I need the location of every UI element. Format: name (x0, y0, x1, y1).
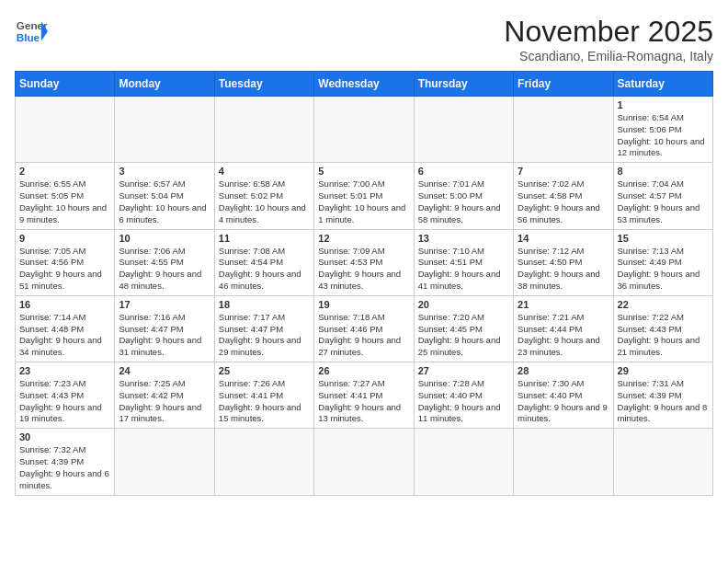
day-5: 5 Sunrise: 7:00 AMSunset: 5:01 PMDayligh… (314, 163, 414, 229)
week-row-5: 23 Sunrise: 7:23 AMSunset: 4:43 PMDaylig… (16, 362, 713, 429)
day-24: 24 Sunrise: 7:25 AMSunset: 4:42 PMDaylig… (115, 362, 214, 429)
header-wednesday: Wednesday (314, 72, 414, 97)
day-30: 30 Sunrise: 7:32 AMSunset: 4:39 PMDaylig… (16, 429, 115, 495)
header-sunday: Sunday (16, 72, 115, 97)
day-14: 14 Sunrise: 7:12 AMSunset: 4:50 PMDaylig… (514, 229, 613, 295)
day-23: 23 Sunrise: 7:23 AMSunset: 4:43 PMDaylig… (16, 362, 115, 429)
header-friday: Friday (514, 72, 613, 97)
week-row-6: 30 Sunrise: 7:32 AMSunset: 4:39 PMDaylig… (16, 429, 713, 495)
empty-cell (514, 97, 613, 163)
empty-cell (16, 97, 115, 163)
empty-cell (214, 429, 313, 495)
day-3: 3 Sunrise: 6:57 AMSunset: 5:04 PMDayligh… (115, 163, 214, 229)
day-25: 25 Sunrise: 7:26 AMSunset: 4:41 PMDaylig… (214, 362, 313, 429)
day-2: 2 Sunrise: 6:55 AMSunset: 5:05 PMDayligh… (16, 163, 115, 229)
empty-cell (115, 429, 214, 495)
header-saturday: Saturday (613, 72, 712, 97)
week-row-1: 1 Sunrise: 6:54 AMSunset: 5:06 PMDayligh… (16, 97, 713, 163)
day-6: 6 Sunrise: 7:01 AMSunset: 5:00 PMDayligh… (414, 163, 513, 229)
empty-cell (514, 429, 613, 495)
day-16: 16 Sunrise: 7:14 AMSunset: 4:48 PMDaylig… (16, 295, 115, 362)
empty-cell (414, 97, 513, 163)
day-20: 20 Sunrise: 7:20 AMSunset: 4:45 PMDaylig… (414, 295, 513, 362)
header-tuesday: Tuesday (214, 72, 313, 97)
empty-cell (613, 429, 712, 495)
day-1: 1 Sunrise: 6:54 AMSunset: 5:06 PMDayligh… (613, 97, 712, 163)
month-title: November 2025 (504, 15, 713, 49)
day-4: 4 Sunrise: 6:58 AMSunset: 5:02 PMDayligh… (214, 163, 313, 229)
empty-cell (414, 429, 513, 495)
day-9: 9 Sunrise: 7:05 AMSunset: 4:56 PMDayligh… (16, 229, 115, 295)
empty-cell (115, 97, 214, 163)
weekday-header-row: Sunday Monday Tuesday Wednesday Thursday… (16, 72, 713, 97)
day-21: 21 Sunrise: 7:21 AMSunset: 4:44 PMDaylig… (514, 295, 613, 362)
day-22: 22 Sunrise: 7:22 AMSunset: 4:43 PMDaylig… (613, 295, 712, 362)
day-15: 15 Sunrise: 7:13 AMSunset: 4:49 PMDaylig… (613, 229, 712, 295)
day-28: 28 Sunrise: 7:30 AMSunset: 4:40 PMDaylig… (514, 362, 613, 429)
logo: General Blue (15, 15, 48, 48)
empty-cell (314, 429, 414, 495)
day-26: 26 Sunrise: 7:27 AMSunset: 4:41 PMDaylig… (314, 362, 414, 429)
calendar-table: Sunday Monday Tuesday Wednesday Thursday… (15, 71, 713, 496)
day-7: 7 Sunrise: 7:02 AMSunset: 4:58 PMDayligh… (514, 163, 613, 229)
week-row-3: 9 Sunrise: 7:05 AMSunset: 4:56 PMDayligh… (16, 229, 713, 295)
location: Scandiano, Emilia-Romagna, Italy (504, 49, 713, 63)
day-11: 11 Sunrise: 7:08 AMSunset: 4:54 PMDaylig… (214, 229, 313, 295)
svg-text:Blue: Blue (17, 31, 40, 43)
day-29: 29 Sunrise: 7:31 AMSunset: 4:39 PMDaylig… (613, 362, 712, 429)
week-row-4: 16 Sunrise: 7:14 AMSunset: 4:48 PMDaylig… (16, 295, 713, 362)
header-monday: Monday (115, 72, 214, 97)
day-27: 27 Sunrise: 7:28 AMSunset: 4:40 PMDaylig… (414, 362, 513, 429)
day-13: 13 Sunrise: 7:10 AMSunset: 4:51 PMDaylig… (414, 229, 513, 295)
logo-icon: General Blue (15, 15, 48, 48)
day-8: 8 Sunrise: 7:04 AMSunset: 4:57 PMDayligh… (613, 163, 712, 229)
empty-cell (314, 97, 414, 163)
day-19: 19 Sunrise: 7:18 AMSunset: 4:46 PMDaylig… (314, 295, 414, 362)
day-12: 12 Sunrise: 7:09 AMSunset: 4:53 PMDaylig… (314, 229, 414, 295)
day-18: 18 Sunrise: 7:17 AMSunset: 4:47 PMDaylig… (214, 295, 313, 362)
week-row-2: 2 Sunrise: 6:55 AMSunset: 5:05 PMDayligh… (16, 163, 713, 229)
title-block: November 2025 Scandiano, Emilia-Romagna,… (504, 15, 713, 63)
empty-cell (214, 97, 313, 163)
header-thursday: Thursday (414, 72, 513, 97)
day-10: 10 Sunrise: 7:06 AMSunset: 4:55 PMDaylig… (115, 229, 214, 295)
page-header: General Blue November 2025 Scandiano, Em… (15, 15, 713, 63)
day-17: 17 Sunrise: 7:16 AMSunset: 4:47 PMDaylig… (115, 295, 214, 362)
